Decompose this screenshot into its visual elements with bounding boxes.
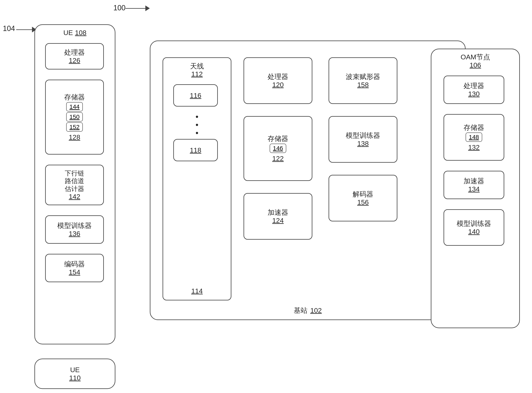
processor-120-box: 处理器 120 xyxy=(243,57,312,104)
accelerator-134-box: 加速器 134 xyxy=(444,171,504,199)
accelerator-124-title: 加速器 xyxy=(268,208,288,216)
memory-128-title: 存储器 xyxy=(64,93,85,101)
beamformer-158-number: 158 xyxy=(357,81,369,89)
memory-132-number: 132 xyxy=(468,143,480,151)
antenna-118-box: 118 xyxy=(173,139,218,161)
accelerator-134-number: 134 xyxy=(468,185,480,193)
dl-estimator-box: 下行链路信道估计器 142 xyxy=(45,165,104,205)
antenna-group-box: 天线 112 116 • • • 118 114 xyxy=(163,57,231,300)
processor-126-title: 处理器 xyxy=(64,48,85,57)
title-arrow-head xyxy=(145,5,150,11)
memory-144-inner: 144 xyxy=(66,102,83,111)
base-station-number: 102 xyxy=(310,306,322,314)
antenna-114-number: 114 xyxy=(191,287,203,295)
decoder-156-number: 156 xyxy=(357,198,369,206)
arrow-104-line xyxy=(16,29,32,30)
model-trainer-136-box: 模型训练器 136 xyxy=(45,215,104,244)
oam-number: 106 xyxy=(470,61,481,69)
model-trainer-138-number: 138 xyxy=(357,140,369,147)
dl-estimator-number: 142 xyxy=(69,193,80,201)
encoder-154-number: 154 xyxy=(69,268,80,276)
antenna-title: 天线 xyxy=(190,62,204,70)
base-station-title: 基站 xyxy=(294,306,308,314)
decoder-156-box: 解码器 156 xyxy=(329,175,397,221)
encoder-154-box: 编码器 154 xyxy=(45,254,104,282)
memory-128-box: 存储器 144 150 152 128 xyxy=(45,80,104,155)
title-arrow-line xyxy=(126,8,146,9)
ue-110-number: 110 xyxy=(69,374,81,382)
ue-108-label-group: UE 108 xyxy=(63,29,87,37)
model-trainer-140-title: 模型训练器 xyxy=(457,219,491,228)
model-trainer-136-title: 模型训练器 xyxy=(57,221,92,230)
base-station-box: 基站 102 天线 112 116 • • • 118 114 xyxy=(150,40,466,320)
memory-148-inner: 148 xyxy=(466,133,482,142)
processor-126-box: 处理器 126 xyxy=(45,43,104,69)
antenna-116-box: 116 xyxy=(173,84,218,107)
oam-box: OAM节点 106 处理器 130 存储器 148 132 加速器 134 模型… xyxy=(431,49,520,328)
memory-132-box: 存储器 148 132 xyxy=(444,114,504,161)
oam-label-group: OAM节点 106 xyxy=(460,53,490,69)
ue-110-label-group: UE 110 xyxy=(69,366,81,382)
accelerator-124-box: 加速器 124 xyxy=(243,193,312,240)
decoder-156-title: 解码器 xyxy=(353,190,373,198)
label-104: 104 xyxy=(3,24,15,33)
memory-146-inner: 146 xyxy=(270,144,286,153)
accelerator-124-number: 124 xyxy=(272,216,284,225)
ue-110-title: UE xyxy=(70,366,80,373)
dl-estimator-title: 下行链路信道估计器 xyxy=(65,169,84,193)
ue-110-box: UE 110 xyxy=(34,359,115,389)
beamformer-158-box: 波束赋形器 158 xyxy=(329,57,397,104)
processor-130-box: 处理器 130 xyxy=(444,76,504,104)
memory-150-inner: 150 xyxy=(66,112,83,122)
memory-122-number: 122 xyxy=(272,155,284,162)
base-station-label-group: 基站 102 xyxy=(294,306,322,314)
model-trainer-140-number: 140 xyxy=(468,228,480,236)
ue-108-box: UE 108 处理器 126 存储器 144 150 152 128 下行链路信… xyxy=(34,24,115,344)
diagram: 100 104 UE 108 处理器 126 存储器 144 150 152 1… xyxy=(0,0,532,393)
beamformer-158-title: 波束赋形器 xyxy=(346,73,380,81)
memory-128-number: 128 xyxy=(69,133,80,141)
memory-132-title: 存储器 xyxy=(464,123,484,132)
ue-108-title: UE xyxy=(63,29,73,37)
encoder-154-title: 编码器 xyxy=(64,260,85,268)
processor-120-number: 120 xyxy=(272,81,284,89)
oam-title: OAM节点 xyxy=(460,53,490,61)
memory-152-inner: 152 xyxy=(66,122,83,132)
processor-120-title: 处理器 xyxy=(268,73,288,81)
processor-130-title: 处理器 xyxy=(464,82,484,90)
antenna-112-number: 112 xyxy=(191,70,203,78)
dots: • • • xyxy=(196,113,198,137)
ue-108-number: 108 xyxy=(75,29,87,37)
memory-122-box: 存储器 146 122 xyxy=(243,116,312,181)
accelerator-134-title: 加速器 xyxy=(464,177,484,185)
processor-130-number: 130 xyxy=(468,90,480,98)
model-trainer-136-number: 136 xyxy=(69,230,80,238)
model-trainer-138-box: 模型训练器 138 xyxy=(329,116,397,163)
model-trainer-140-box: 模型训练器 140 xyxy=(444,209,504,246)
memory-122-title: 存储器 xyxy=(268,134,288,143)
diagram-title: 100 xyxy=(113,4,126,12)
model-trainer-138-title: 模型训练器 xyxy=(346,131,380,140)
antenna-118-number: 118 xyxy=(190,146,201,154)
antenna-116-number: 116 xyxy=(190,92,201,99)
processor-126-number: 126 xyxy=(69,57,80,64)
